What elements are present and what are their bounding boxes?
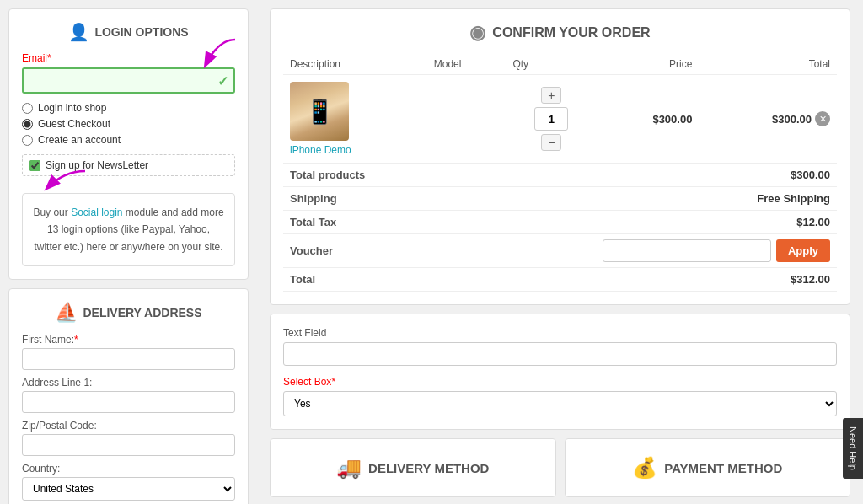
payment-method-icon: 💰 bbox=[632, 456, 657, 480]
confirm-order-section: ◉ CONFIRM YOUR ORDER Description Model Q… bbox=[270, 8, 850, 305]
order-table: Description Model Qty Price Total 📱 bbox=[283, 54, 837, 164]
remove-product-btn[interactable]: ✕ bbox=[815, 111, 830, 126]
arrow-indicator bbox=[193, 35, 244, 76]
text-field-label: Text Field bbox=[283, 327, 837, 339]
col-qty: Qty bbox=[506, 54, 597, 75]
address-line1-input[interactable] bbox=[22, 391, 235, 413]
col-total: Total bbox=[699, 54, 837, 75]
voucher-row: Voucher Apply bbox=[283, 234, 837, 268]
product-image: 📱 bbox=[290, 82, 349, 141]
model-cell bbox=[427, 75, 507, 164]
radio-login-shop[interactable]: Login into shop bbox=[22, 102, 235, 114]
phone-emoji: 📱 bbox=[305, 98, 335, 126]
radio-guest-checkout[interactable]: Guest Checkout bbox=[22, 118, 235, 130]
zip-label: Zip/Postal Code: bbox=[22, 420, 235, 432]
social-login-link[interactable]: Social login bbox=[71, 206, 122, 218]
zip-group: Zip/Postal Code: bbox=[22, 420, 235, 456]
delivery-icon: ⛵ bbox=[55, 302, 78, 324]
apply-button[interactable]: Apply bbox=[776, 239, 830, 262]
product-cell: 📱 iPhone Demo bbox=[283, 75, 427, 164]
email-group: Email* bbox=[22, 52, 235, 94]
country-label: Country: bbox=[22, 463, 235, 475]
qty-decrease-btn[interactable]: − bbox=[541, 134, 561, 151]
address-line1-label: Address Line 1: bbox=[22, 377, 235, 389]
delivery-method-box: 🚚 DELIVERY METHOD bbox=[270, 438, 556, 497]
price-cell: $300.00 bbox=[597, 75, 699, 164]
table-row: 📱 iPhone Demo + − bbox=[283, 75, 837, 164]
col-price: Price bbox=[597, 54, 699, 75]
voucher-input[interactable] bbox=[603, 239, 771, 262]
qty-increase-btn[interactable]: + bbox=[541, 87, 561, 104]
social-box-content: Buy our Social login module and add more… bbox=[22, 193, 235, 266]
payment-method-box: 💰 PAYMENT METHOD bbox=[565, 438, 851, 497]
shield-icon: ◉ bbox=[469, 22, 485, 44]
social-login-box: Buy our Social login module and add more… bbox=[22, 193, 235, 266]
shipping-row: Shipping Free Shipping bbox=[283, 187, 837, 211]
tax-row: Total Tax $12.00 bbox=[283, 211, 837, 234]
voucher-input-group: Apply bbox=[603, 239, 830, 262]
select-box[interactable]: Yes No bbox=[283, 391, 837, 416]
product-link[interactable]: iPhone Demo bbox=[290, 144, 421, 156]
qty-input[interactable] bbox=[534, 107, 568, 131]
total-cell: $300.00 ✕ bbox=[699, 75, 837, 164]
delivery-address-box: ⛵ DELIVERY ADDRESS First Name:* Address … bbox=[8, 288, 249, 504]
text-field-input[interactable] bbox=[283, 342, 837, 366]
total-products-row: Total products $300.00 bbox=[283, 164, 837, 187]
select-box-label: Select Box* bbox=[283, 376, 837, 388]
address-line1-group: Address Line 1: bbox=[22, 377, 235, 413]
extra-fields-section: Text Field Select Box* Yes No bbox=[270, 314, 850, 430]
country-group: Country: United States bbox=[22, 463, 235, 501]
newsletter-container: Sign up for NewsLetter bbox=[22, 154, 235, 176]
need-help-button[interactable]: Need Help bbox=[843, 418, 863, 479]
bottom-row: 🚚 DELIVERY METHOD 💰 PAYMENT METHOD bbox=[270, 438, 850, 497]
qty-control: + − bbox=[512, 87, 590, 151]
newsletter-arrow bbox=[39, 167, 89, 195]
total-row: Total $312.00 bbox=[283, 268, 837, 292]
left-panel: 👤 LOGIN OPTIONS Email* bbox=[0, 0, 257, 504]
first-name-group: First Name:* bbox=[22, 334, 235, 370]
radio-create-account[interactable]: Create an account bbox=[22, 134, 235, 146]
radio-guest-input[interactable] bbox=[22, 119, 33, 130]
zip-input[interactable] bbox=[22, 434, 235, 456]
first-name-input[interactable] bbox=[22, 348, 235, 370]
radio-create-input[interactable] bbox=[22, 135, 33, 146]
delivery-method-icon: 🚚 bbox=[336, 456, 362, 480]
delivery-address-title: ⛵ DELIVERY ADDRESS bbox=[22, 302, 235, 324]
login-options-box: 👤 LOGIN OPTIONS Email* bbox=[8, 8, 249, 280]
confirm-order-title: ◉ CONFIRM YOUR ORDER bbox=[283, 22, 837, 44]
country-select[interactable]: United States bbox=[22, 477, 235, 501]
login-radio-group: Login into shop Guest Checkout Create an… bbox=[22, 102, 235, 146]
radio-login-input[interactable] bbox=[22, 103, 33, 114]
qty-cell: + − bbox=[506, 75, 597, 164]
email-input-wrapper: demoemail@example.cu ✓ bbox=[22, 67, 235, 94]
right-panel: ◉ CONFIRM YOUR ORDER Description Model Q… bbox=[257, 0, 863, 504]
col-model: Model bbox=[427, 54, 507, 75]
total-cell-inner: $300.00 ✕ bbox=[705, 111, 830, 126]
user-icon: 👤 bbox=[68, 22, 89, 42]
col-description: Description bbox=[283, 54, 427, 75]
first-name-label: First Name:* bbox=[22, 334, 235, 346]
